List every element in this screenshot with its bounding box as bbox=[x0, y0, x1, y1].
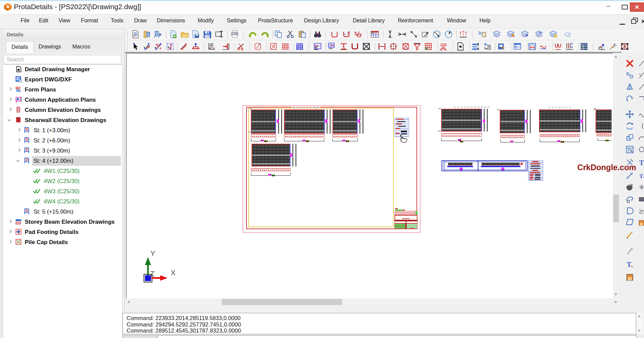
svg-text:Y: Y bbox=[150, 249, 155, 258]
svg-text:X: X bbox=[171, 269, 176, 277]
svg-text:T: T bbox=[639, 173, 643, 179]
svg-text:T: T bbox=[627, 261, 631, 268]
svg-text:T: T bbox=[639, 159, 644, 166]
